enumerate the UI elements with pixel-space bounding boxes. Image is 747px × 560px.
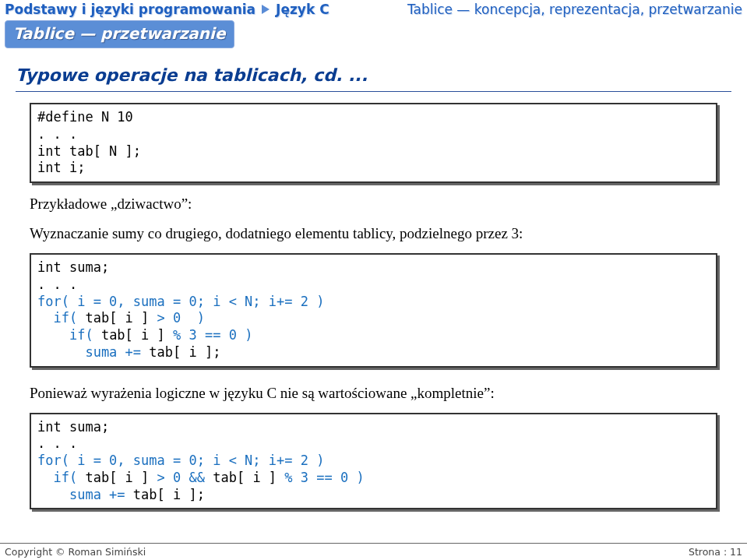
section-title: Typowe operacje na tablicach, cd. ... bbox=[16, 65, 747, 85]
code-line: int tab[ N ]; bbox=[37, 143, 141, 159]
header-course-title: Podstawy i języki programowania bbox=[5, 2, 255, 17]
code-line: if( tab[ i ] > 0 ) bbox=[37, 310, 205, 326]
section-divider bbox=[16, 91, 731, 92]
code-line: for( i = 0, suma = 0; i < N; i+= 2 ) bbox=[37, 294, 324, 309]
header-topic: Tablice — koncepcja, reprezentacja, prze… bbox=[407, 2, 742, 17]
header-language: Język C bbox=[276, 2, 329, 17]
code-line: int suma; bbox=[37, 259, 109, 275]
header-row: Podstawy i języki programowania Język C … bbox=[0, 0, 747, 19]
header-left: Podstawy i języki programowania Język C bbox=[5, 2, 329, 17]
arrow-right-icon bbox=[262, 5, 270, 14]
code-line: if( tab[ i ] % 3 == 0 ) bbox=[37, 327, 252, 343]
code-block-define: #define N 10 . . . int tab[ N ]; int i; bbox=[30, 103, 717, 183]
code-line: #define N 10 bbox=[37, 109, 133, 125]
paragraph-desc: Wyznaczanie sumy co drugiego, dodatniego… bbox=[30, 225, 717, 242]
paragraph-heading: Przykładowe „dziwactwo”: bbox=[30, 195, 717, 213]
code-line: . . . bbox=[37, 435, 77, 451]
code-line: suma += tab[ i ]; bbox=[37, 487, 205, 502]
code-line: if( tab[ i ] > 0 && tab[ i ] % 3 == 0 ) bbox=[37, 470, 365, 485]
code-line: int suma; bbox=[37, 419, 109, 435]
code-block-example1: int suma; . . . for( i = 0, suma = 0; i … bbox=[30, 253, 717, 368]
code-line: . . . bbox=[37, 276, 77, 292]
code-line: suma += tab[ i ]; bbox=[37, 344, 220, 360]
code-line: int i; bbox=[37, 160, 85, 175]
paragraph-note: Ponieważ wyrażenia logiczne w języku C n… bbox=[30, 385, 717, 402]
footer: Copyright © Roman Simiński Strona : 11 bbox=[0, 543, 747, 560]
code-block-example2: int suma; . . . for( i = 0, suma = 0; i … bbox=[30, 413, 717, 510]
code-line: for( i = 0, suma = 0; i < N; i+= 2 ) bbox=[37, 453, 324, 468]
footer-copyright: Copyright © Roman Simiński bbox=[5, 546, 146, 558]
footer-page: Strona : 11 bbox=[689, 546, 742, 558]
code-line: . . . bbox=[37, 126, 77, 142]
subheader-bar: Tablice — przetwarzanie bbox=[5, 20, 234, 48]
